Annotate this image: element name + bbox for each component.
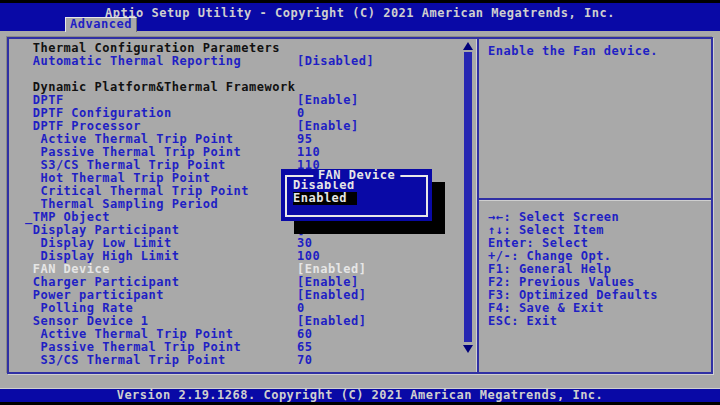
setting-row[interactable]: Automatic Thermal Reporting[Disabled]: [25, 55, 459, 68]
popup-option-label: Enabled: [293, 192, 357, 205]
version-footer: Version 2.19.1268. Copyright (C) 2021 Am…: [0, 389, 720, 402]
setting-label: FAN Device: [25, 262, 110, 276]
setting-label: Hot Thermal Trip Point: [25, 171, 210, 185]
bios-setup-screen: Aptio Setup Utility - Copyright (C) 2021…: [0, 0, 720, 405]
scroll-down-icon[interactable]: [463, 345, 473, 353]
setting-label: _TMP Object: [25, 210, 110, 224]
setting-label: Thermal Configuration Parameters: [25, 41, 280, 55]
fan-device-popup: FAN Device DisabledEnabled: [281, 169, 432, 221]
setting-label: Passive Thermal Trip Point: [25, 145, 241, 159]
setting-label: Active Thermal Trip Point: [25, 327, 234, 341]
setting-label: Active Thermal Trip Point: [25, 132, 234, 146]
scrollbar-thumb[interactable]: [464, 52, 472, 342]
setting-row[interactable]: S3/CS Thermal Trip Point70: [25, 354, 459, 367]
setting-label: Thermal Sampling Period: [25, 197, 218, 211]
help-panel-divider: [479, 198, 711, 200]
setting-label: Display Participant: [25, 223, 180, 237]
popup-option[interactable]: Enabled: [293, 192, 426, 205]
setting-label: S3/CS Thermal Trip Point: [25, 158, 226, 172]
setting-label: DPTF Configuration: [25, 106, 172, 120]
setting-label: Display Low Limit: [25, 236, 172, 250]
help-panel: Enable the Fan device. →←: Select Screen…: [479, 39, 711, 372]
version-text: Version 2.19.1268. Copyright (C) 2021 Am…: [117, 388, 604, 402]
setting-label: Power participant: [25, 288, 164, 302]
help-text: Enable the Fan device.: [479, 39, 711, 58]
setting-label: Dynamic Platform&Thermal Framework: [25, 80, 295, 94]
setting-label: Display High Limit: [25, 249, 180, 263]
section-heading: Dynamic Platform&Thermal Framework: [25, 81, 459, 94]
setting-value: [Enable]: [297, 94, 359, 107]
setting-value: [Disabled]: [297, 55, 374, 68]
popup-title: FAN Device: [313, 169, 400, 181]
setting-label: DPTF: [25, 93, 64, 107]
tab-label: Advanced: [70, 17, 132, 31]
setting-label: DPTF Processor: [25, 119, 141, 133]
setting-label: S3/CS Thermal Trip Point: [25, 353, 226, 367]
hotkey-legend: →←: Select Screen↑↓: Select ItemEnter: S…: [488, 211, 658, 328]
setting-label: Sensor Device 1: [25, 314, 149, 328]
tab-advanced[interactable]: Advanced: [65, 17, 137, 32]
setting-label: Automatic Thermal Reporting: [25, 54, 241, 68]
setting-label: Polling Rate: [25, 301, 133, 315]
scroll-up-icon[interactable]: [463, 42, 473, 50]
setting-label: Passive Thermal Trip Point: [25, 340, 241, 354]
setting-label: Charger Participant: [25, 275, 180, 289]
setting-label: Critical Thermal Trip Point: [25, 184, 249, 198]
setting-value: 70: [297, 354, 312, 367]
hotkey-hint: ESC: Exit: [488, 315, 658, 328]
setting-value: [Enabled]: [297, 289, 367, 302]
